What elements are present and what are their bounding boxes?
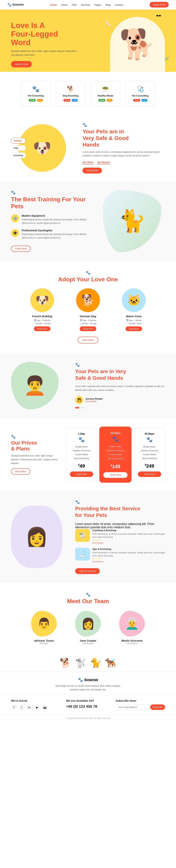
service-pet-grooming[interactable]: 🐾 Pet Grooming Book Info	[21, 81, 51, 106]
social-linkedin[interactable]: in	[26, 705, 32, 710]
nav-blog[interactable]: Blog	[106, 3, 111, 6]
dot-3[interactable]	[83, 407, 84, 408]
team-cards: 👨 deGrass Tyson Manager 👩 Jane Cooper Ha…	[11, 611, 165, 645]
view-details-button[interactable]: View Details	[83, 167, 102, 174]
tag-book: Book	[29, 99, 36, 102]
healthy-meals-tags: Book Info	[95, 99, 116, 102]
footer-tagline: Sed integer nisl leo, ac iaculis amet ha…	[51, 684, 125, 692]
paw-deco: 🐾	[86, 271, 90, 275]
adopt-pet-meta-2: 🗓️ Age: 1 Month ♂️ Gender: Male	[114, 319, 154, 324]
cynologist-body: Pellentesque laoreet mauris elit, placer…	[22, 232, 93, 240]
nav-pages[interactable]: Pages	[95, 3, 101, 6]
tag-book: Book	[133, 99, 140, 102]
footer-logo-icon: 🐾	[78, 678, 83, 682]
adopt-pet-image-1: 🐕	[76, 288, 100, 312]
nav-pets[interactable]: Pets	[72, 3, 77, 6]
adopt-age-1: 🗓️ Age: 4 Months	[68, 319, 108, 322]
order-button-2[interactable]: Order Now	[138, 471, 161, 477]
training-cat-image: 🐈	[102, 190, 161, 252]
dog-boarding-label: Dog Boarding	[60, 94, 81, 97]
service-healthy-meals[interactable]: 🥗 Healthy Meals Book Info	[91, 81, 120, 106]
adopt-pet-name-0: French Bulldog	[22, 315, 62, 318]
spa-stars: ★★★★★	[92, 558, 165, 560]
tag-info: Info	[37, 99, 43, 102]
service-dog-boarding[interactable]: 🐕 Dog Boarding Book Info	[56, 81, 85, 106]
pet-grooming-tags: Book Info	[25, 99, 47, 102]
footer-social-label: We're Social	[11, 699, 48, 702]
best-service-left: 👩	[11, 506, 66, 568]
view-all-services-button[interactable]: View all Services	[75, 568, 100, 574]
testimonial-body: Cras mollis vulputate ante amet accumsan…	[75, 384, 165, 392]
service-vet-consulting[interactable]: 🩺 Vet Consulting Book Info	[125, 81, 155, 106]
training-left: 🐾 The Best Training For Your Pets ⚙️ Mod…	[11, 190, 93, 252]
order-button-0[interactable]: Order Now	[70, 471, 93, 477]
footer-pet-4: 🐕‍🦺	[105, 657, 116, 668]
subscribe-email-input[interactable]	[116, 705, 149, 710]
social-facebook[interactable]: f	[11, 705, 17, 710]
nav-about[interactable]: About	[61, 3, 67, 6]
nav-services[interactable]: Services	[81, 3, 90, 6]
cynologist-icon: 🎓	[11, 229, 19, 237]
more-plans-button[interactable]: More Plans	[11, 468, 30, 474]
best-service-heading: Providing the Best Service for Your Pets	[75, 505, 165, 519]
paw-deco: 🐾	[11, 190, 16, 195]
footer-subscribe-form: Subscribe	[116, 705, 165, 710]
spa-grooming-image: 🛁	[75, 548, 90, 560]
tag-info: Info	[141, 99, 147, 102]
tab-training[interactable]: Training	[11, 138, 26, 144]
adopt-pet-meta-0: 🗓️ Age: 3 Months ♀️ Gender: Female	[22, 319, 62, 324]
adopt-pet-button[interactable]: Adopt A Pet	[150, 2, 169, 7]
plan-features-2: Double Room Sanitize & Exercise Custom M…	[138, 445, 161, 460]
vet-consulting-tags: Book Info	[129, 99, 151, 102]
healthy-meals-icon: 🥗	[95, 86, 116, 93]
vet-consulting-icon: 🩺	[129, 86, 151, 93]
adopt-button-2[interactable]: Adopt Now	[125, 327, 142, 331]
adopt-card-1: 🐕 German Dog 🗓️ Age: 4 Months ♀️ Gender:…	[68, 288, 108, 331]
navbar: 🐾 bowow Home About Pets Services Pages B…	[0, 0, 176, 9]
feature-0-3: Spa & Grooming	[70, 457, 93, 460]
team-role-0: Manager	[26, 642, 62, 645]
dot-2[interactable]	[80, 407, 82, 408]
pricing-heading: Our Prices & Plans	[11, 440, 59, 452]
bs-service-0: 🐩 Combing & Brushing Proin elementum, at…	[75, 529, 165, 544]
adopt-card-0: 🐶 French Bulldog 🗓️ Age: 3 Months ♀️ Gen…	[22, 288, 62, 331]
tab-yoga[interactable]: Yoga	[11, 145, 26, 151]
social-twitter[interactable]: t	[19, 705, 25, 710]
order-button-1[interactable]: Order Now	[104, 472, 127, 478]
bs-service-1: 🛁 Spa & Grooming Proin elementum, at ult…	[75, 548, 165, 563]
check-here-button[interactable]: Check Here	[11, 246, 31, 252]
view-more-button[interactable]: View More	[78, 337, 98, 343]
adopt-pet-name-2: Maine Coon	[114, 315, 154, 318]
tab-grooming[interactable]: Grooming	[11, 153, 26, 158]
testimonial-dots	[75, 407, 165, 408]
our-vision-link[interactable]: Our Vision	[83, 161, 93, 164]
hero-dog-image: 🐕	[110, 17, 165, 72]
hero-cta-button[interactable]: Make A Call	[11, 61, 32, 67]
testimonial-section: 🧑‍🦱 🐾 Your Pets are in Very Safe & Good …	[0, 352, 176, 418]
adopt-age-0: 🗓️ Age: 3 Months	[22, 319, 62, 322]
best-service-body: Lorem ipsum dolor sit amet, consectetur …	[75, 522, 165, 529]
adopt-button-1[interactable]: Adopt Now	[80, 327, 96, 331]
adopt-pet-image-2: 🐱	[122, 288, 146, 312]
footer-pet-1: 🐕	[60, 657, 71, 668]
adopt-button-0[interactable]: Adopt Now	[34, 327, 51, 331]
safe-tabs: Training Yoga Grooming	[11, 138, 26, 158]
social-instagram[interactable]: 📷	[42, 705, 48, 710]
feature-1-0: Double Room	[104, 444, 127, 448]
nav-home[interactable]: Home	[50, 3, 57, 6]
paw-deco: 🐾	[11, 434, 16, 439]
team-name-1: Jane Cooper	[70, 639, 106, 642]
hero-image: 🐕 🦴 🎾	[110, 17, 165, 72]
hero-heading: Love Is A Four-Legged Word	[11, 21, 81, 47]
social-youtube[interactable]: ▶	[34, 705, 40, 710]
our-mission-link[interactable]: Our Mission	[97, 161, 110, 164]
tag-book: Book	[63, 99, 70, 102]
subscribe-button[interactable]: Subscribe	[150, 705, 165, 710]
adopt-heading: Adopt Your Love One	[11, 276, 165, 283]
feature-1-1: Sanitize & Exercise	[104, 448, 127, 453]
dot-1[interactable]	[75, 407, 79, 408]
footer-logo-text: bowow	[84, 678, 98, 682]
safe-links: Our Vision Our Mission	[83, 161, 165, 164]
nav-contact[interactable]: Contact	[115, 3, 123, 6]
footer-pet-3: 🐈	[90, 657, 101, 668]
